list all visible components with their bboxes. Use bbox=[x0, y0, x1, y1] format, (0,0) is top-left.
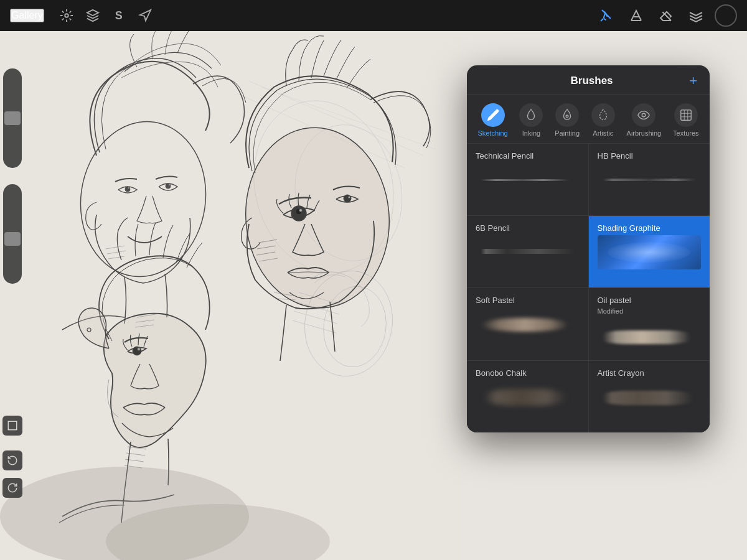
artist-crayon-label: Artist Crayon bbox=[598, 368, 644, 378]
svg-point-19 bbox=[299, 209, 303, 212]
svg-point-12 bbox=[169, 184, 171, 186]
gallery-button[interactable]: Gallery bbox=[10, 9, 44, 22]
brush-categories: Sketching Inking Painti bbox=[467, 95, 710, 144]
artistic-label: Artistic bbox=[593, 129, 613, 137]
textures-label: Textures bbox=[673, 129, 699, 137]
airbrushing-icon bbox=[632, 103, 655, 127]
shading-graphite-stroke bbox=[598, 235, 702, 269]
brush-grid: Technical Pencil HB Pencil 6B Pencil bbox=[467, 144, 710, 432]
category-sketching[interactable]: Sketching bbox=[472, 101, 512, 139]
right-tool-icons bbox=[595, 4, 737, 27]
svg-rect-46 bbox=[8, 421, 17, 430]
oil-pastel-label: Oil pastel bbox=[598, 296, 631, 305]
brush-hb-pencil[interactable]: HB Pencil bbox=[589, 144, 710, 215]
hb-pencil-label: HB Pencil bbox=[598, 151, 633, 161]
soft-pastel-stroke bbox=[476, 307, 580, 342]
layers-tool-button[interactable] bbox=[685, 4, 707, 27]
svg-point-21 bbox=[348, 196, 350, 198]
size-slider-thumb[interactable] bbox=[4, 232, 21, 246]
toolbar: Gallery S bbox=[0, 0, 747, 31]
svg-point-30 bbox=[138, 348, 141, 351]
painting-icon bbox=[555, 103, 579, 127]
left-tool-icons: S bbox=[55, 4, 156, 27]
category-textures[interactable]: Textures bbox=[668, 101, 704, 139]
adjust-icon[interactable] bbox=[82, 4, 104, 27]
brush-oil-pastel[interactable]: Oil pastel Modified bbox=[589, 288, 710, 360]
redo-button[interactable] bbox=[2, 478, 22, 498]
svg-point-47 bbox=[566, 115, 568, 118]
brushes-panel-title: Brushes bbox=[494, 75, 689, 87]
technical-pencil-label: Technical Pencil bbox=[476, 151, 533, 161]
sketching-icon bbox=[481, 103, 505, 127]
svg-point-0 bbox=[65, 14, 68, 17]
add-brush-button[interactable]: + bbox=[689, 74, 697, 88]
brushes-panel-header: Brushes + bbox=[467, 65, 710, 95]
oil-pastel-sub: Modified bbox=[598, 307, 624, 315]
size-slider[interactable] bbox=[3, 184, 22, 284]
shading-graphite-label: Shading Graphite bbox=[598, 223, 660, 233]
inking-icon bbox=[519, 103, 543, 127]
6b-pencil-stroke bbox=[476, 235, 580, 269]
artistic-icon bbox=[591, 103, 615, 127]
svg-rect-49 bbox=[681, 110, 692, 121]
canvas-area[interactable]: Brushes + Sketching I bbox=[0, 31, 747, 560]
brush-tool-button[interactable] bbox=[595, 4, 618, 27]
painting-label: Painting bbox=[555, 129, 580, 137]
brushes-panel: Brushes + Sketching I bbox=[467, 65, 710, 432]
brush-soft-pastel[interactable]: Soft Pastel bbox=[467, 288, 588, 360]
oil-pastel-stroke bbox=[598, 320, 702, 354]
sketching-label: Sketching bbox=[477, 129, 507, 137]
category-artistic[interactable]: Artistic bbox=[586, 101, 620, 139]
opacity-slider[interactable] bbox=[3, 68, 22, 168]
undo-button[interactable] bbox=[2, 450, 22, 470]
sketch-drawing bbox=[0, 31, 461, 560]
navigate-icon[interactable] bbox=[134, 4, 156, 27]
svg-point-10 bbox=[128, 187, 130, 189]
svg-point-48 bbox=[642, 113, 646, 117]
textures-icon bbox=[674, 103, 698, 127]
hb-pencil-stroke bbox=[598, 163, 702, 197]
bonobo-chalk-label: Bonobo Chalk bbox=[476, 368, 527, 378]
category-painting[interactable]: Painting bbox=[550, 101, 585, 139]
color-picker-button[interactable] bbox=[715, 4, 737, 27]
wrench-icon[interactable] bbox=[55, 4, 78, 27]
opacity-slider-thumb[interactable] bbox=[4, 111, 21, 125]
category-airbrushing[interactable]: Airbrushing bbox=[622, 101, 667, 139]
inking-label: Inking bbox=[522, 129, 540, 137]
category-inking[interactable]: Inking bbox=[514, 101, 548, 139]
left-sidebar bbox=[0, 62, 25, 498]
svg-marker-1 bbox=[139, 10, 150, 21]
airbrushing-label: Airbrushing bbox=[627, 129, 662, 137]
technical-pencil-stroke bbox=[476, 163, 580, 197]
6b-pencil-label: 6B Pencil bbox=[476, 223, 510, 233]
letter-s-icon[interactable]: S bbox=[108, 4, 130, 27]
artist-crayon-stroke bbox=[598, 380, 702, 414]
smear-tool-button[interactable] bbox=[625, 4, 647, 27]
bonobo-chalk-stroke bbox=[476, 380, 580, 414]
square-tool-button[interactable] bbox=[2, 416, 22, 436]
soft-pastel-label: Soft Pastel bbox=[476, 296, 515, 305]
brush-bonobo-chalk[interactable]: Bonobo Chalk bbox=[467, 361, 588, 432]
brush-artist-crayon[interactable]: Artist Crayon bbox=[589, 361, 710, 432]
eraser-tool-button[interactable] bbox=[655, 4, 677, 27]
brush-technical-pencil[interactable]: Technical Pencil bbox=[467, 144, 588, 215]
brush-shading-graphite[interactable]: Shading Graphite bbox=[589, 216, 710, 287]
brush-6b-pencil[interactable]: 6B Pencil bbox=[467, 216, 588, 287]
